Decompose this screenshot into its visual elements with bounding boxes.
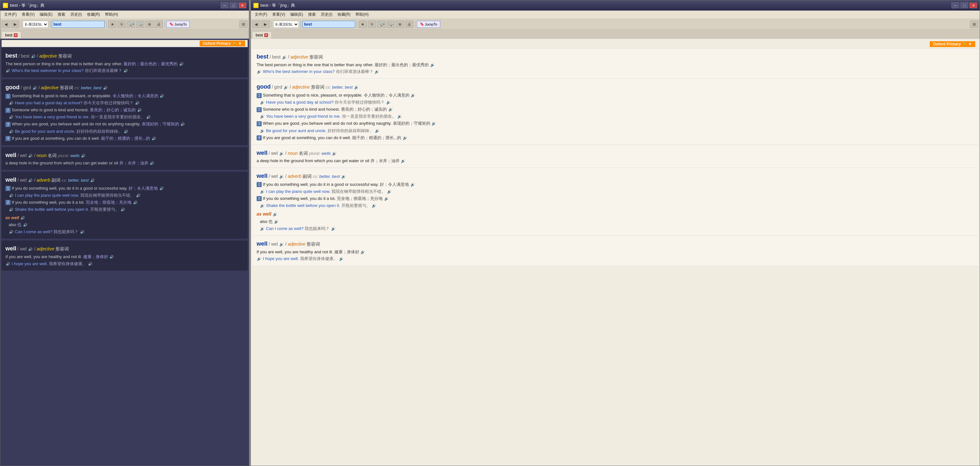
right-zoom-reset-button[interactable]: ⊕ xyxy=(396,21,404,28)
left-sound-as-well[interactable]: 🔊 xyxy=(20,215,25,220)
left-sound-best[interactable]: 🔊 xyxy=(31,54,36,59)
left-sound-def2-well-adverb[interactable]: 🔊 xyxy=(133,200,138,205)
right-sound-def2-good[interactable]: 🔊 xyxy=(388,107,393,112)
right-sound-def1-good[interactable]: 🔊 xyxy=(410,93,415,98)
left-menu-history[interactable]: 历史(I) xyxy=(68,11,84,18)
left-sound-ex3-good2[interactable]: 🔊 xyxy=(124,129,129,134)
right-sound-cs-well-adverb[interactable]: 🔊 xyxy=(341,174,346,179)
left-menu-favorites[interactable]: 收藏(R) xyxy=(84,11,103,18)
right-minimize-button[interactable]: ─ xyxy=(951,3,959,8)
left-menu-help[interactable]: 帮助(H) xyxy=(102,11,121,18)
left-sound-well-adverb[interactable]: 🔊 xyxy=(28,178,33,183)
right-menu-edit[interactable]: 编辑(E) xyxy=(288,11,305,18)
right-sound-ex1-well-adverb2[interactable]: 🔊 xyxy=(387,189,392,194)
right-dict-select[interactable]: E-英汉ESL xyxy=(273,21,299,28)
left-sound-ex1-well-adverb[interactable]: 🔊 xyxy=(9,193,14,198)
right-sound-ex2-well-adverb2[interactable]: 🔊 xyxy=(371,203,377,208)
right-close-button[interactable]: ✕ xyxy=(969,3,977,8)
left-back-button[interactable]: ◀ xyxy=(2,21,10,28)
left-close-button[interactable]: ✕ xyxy=(239,3,247,8)
left-sound-ex1-good[interactable]: 🔊 xyxy=(9,101,14,106)
left-tab-best[interactable]: best ✕ xyxy=(2,31,21,38)
left-bookmark-button[interactable]: ★ xyxy=(108,21,116,28)
left-sound-as-well-ex[interactable]: 🔊 xyxy=(9,230,14,235)
right-tab-best[interactable]: best ✕ xyxy=(252,31,272,38)
left-copy-button[interactable]: ⎘ xyxy=(118,21,126,28)
right-maximize-button[interactable]: □ xyxy=(961,3,968,8)
right-sound-def-well-noun[interactable]: 🔊 xyxy=(401,159,406,164)
left-sound-cs-well-adverb[interactable]: 🔊 xyxy=(90,178,95,183)
right-zoom-in-button[interactable]: 🔍+ xyxy=(377,21,385,28)
left-sound-good[interactable]: 🔊 xyxy=(32,86,37,91)
left-sound-ex-well-adj[interactable]: 🔊 xyxy=(5,261,11,266)
left-zoom-reset-button[interactable]: ⊕ xyxy=(145,21,154,28)
right-sound-ex2-good[interactable]: 🔊 xyxy=(260,114,265,119)
left-layout-button[interactable]: ⊞ xyxy=(239,21,248,28)
left-sound-ex2-well-adverb2[interactable]: 🔊 xyxy=(120,207,126,212)
left-sound-ex3-good[interactable]: 🔊 xyxy=(9,129,14,134)
left-maximize-button[interactable]: □ xyxy=(230,3,237,8)
right-sound-well-adverb[interactable]: 🔊 xyxy=(279,174,284,179)
left-zoom-out-button[interactable]: 🔍- xyxy=(136,21,144,28)
right-sound-well-adj[interactable]: 🔊 xyxy=(279,242,284,247)
right-layout-button[interactable]: ⊞ xyxy=(970,21,978,28)
right-tab-close[interactable]: ✕ xyxy=(264,33,268,37)
right-menu-favorites[interactable]: 收藏(R) xyxy=(335,11,353,18)
left-sound-def2-good[interactable]: 🔊 xyxy=(137,108,142,113)
right-sound-as-well[interactable]: 🔊 xyxy=(273,212,278,217)
left-sound-as-well-def[interactable]: 🔊 xyxy=(23,223,28,228)
left-sound-ex1-good2[interactable]: 🔊 xyxy=(135,101,140,106)
right-sound-ex-well-adj2[interactable]: 🔊 xyxy=(339,256,344,262)
left-dict-select[interactable]: E-英汉ESL xyxy=(23,21,48,28)
left-tab-close[interactable]: ✕ xyxy=(14,33,18,37)
right-sound-def-best[interactable]: 🔊 xyxy=(430,62,435,67)
left-minimize-button[interactable]: ─ xyxy=(221,3,228,8)
left-sound-def1-well-adverb[interactable]: 🔊 xyxy=(159,186,164,191)
left-sound-def-well-noun[interactable]: 🔊 xyxy=(150,161,154,166)
left-print-button[interactable]: 🖨 xyxy=(154,21,163,28)
left-menu-edit[interactable]: 编辑(E) xyxy=(37,11,55,18)
right-sound-ex1-good2[interactable]: 🔊 xyxy=(386,100,391,105)
left-menu-view[interactable]: 查看(V) xyxy=(19,11,37,18)
right-sound-def1-well-adverb[interactable]: 🔊 xyxy=(410,182,415,187)
right-copy-button[interactable]: ⎘ xyxy=(368,21,376,28)
right-sound-ex-best[interactable]: 🔊 xyxy=(256,69,262,75)
left-sound-def4-good[interactable]: 🔊 xyxy=(151,136,156,141)
left-menu-file[interactable]: 文件(F) xyxy=(2,11,19,18)
left-zoom-in-button[interactable]: 🔍+ xyxy=(127,21,135,28)
right-sound-def2-well-adverb[interactable]: 🔊 xyxy=(384,196,389,201)
right-sound-ex1-good[interactable]: 🔊 xyxy=(260,100,265,105)
left-search-input[interactable] xyxy=(52,21,105,28)
right-search-input[interactable] xyxy=(302,21,355,28)
right-bookmark-button[interactable]: ★ xyxy=(359,21,367,28)
right-sound-good[interactable]: 🔊 xyxy=(283,85,289,90)
left-sound-def-best[interactable]: 🔊 xyxy=(179,61,184,67)
right-sound-ex-well-adj[interactable]: 🔊 xyxy=(256,256,262,262)
left-sound-def-well-adj[interactable]: 🔊 xyxy=(109,254,114,260)
right-sound-def4-good[interactable]: 🔊 xyxy=(402,135,407,140)
right-sound-well-noun[interactable]: 🔊 xyxy=(279,151,284,156)
right-sound-as-well-ex[interactable]: 🔊 xyxy=(260,226,265,231)
right-forward-button[interactable]: ▶ xyxy=(261,21,270,28)
right-menu-help[interactable]: 帮助(H) xyxy=(353,11,371,18)
left-sound-ex2-well-adverb[interactable]: 🔊 xyxy=(9,207,14,212)
right-sound-def3-good[interactable]: 🔊 xyxy=(431,121,436,126)
left-sound-as-well-ex2[interactable]: 🔊 xyxy=(80,230,85,235)
left-sound-well-adj[interactable]: 🔊 xyxy=(28,247,33,252)
left-sound-ex2-good[interactable]: 🔊 xyxy=(9,115,14,120)
right-sound-ex1-well-adverb[interactable]: 🔊 xyxy=(260,189,265,194)
right-sound-def-well-adj[interactable]: 🔊 xyxy=(360,250,365,254)
right-sound-ex2-well-adverb[interactable]: 🔊 xyxy=(260,203,265,208)
left-sound-def1-good[interactable]: 🔊 xyxy=(159,94,164,99)
right-content-area[interactable]: Oxford Primary 🔒 ▼ best / best 🔊 / adjec… xyxy=(251,39,980,466)
right-back-button[interactable]: ◀ xyxy=(252,21,261,28)
left-forward-button[interactable]: ▶ xyxy=(11,21,19,28)
left-sound-ex-best[interactable]: 🔊 xyxy=(5,68,11,73)
left-sound-def3-good[interactable]: 🔊 xyxy=(180,122,185,127)
right-sound-plural-well-noun[interactable]: 🔊 xyxy=(332,151,337,156)
right-sound-ex-best2[interactable]: 🔊 xyxy=(374,69,379,75)
right-sound-ex3-good2[interactable]: 🔊 xyxy=(375,128,380,134)
right-print-button[interactable]: 🖨 xyxy=(405,21,414,28)
left-sound-well-noun[interactable]: 🔊 xyxy=(28,153,33,158)
right-menu-file[interactable]: 文件(F) xyxy=(252,11,270,18)
